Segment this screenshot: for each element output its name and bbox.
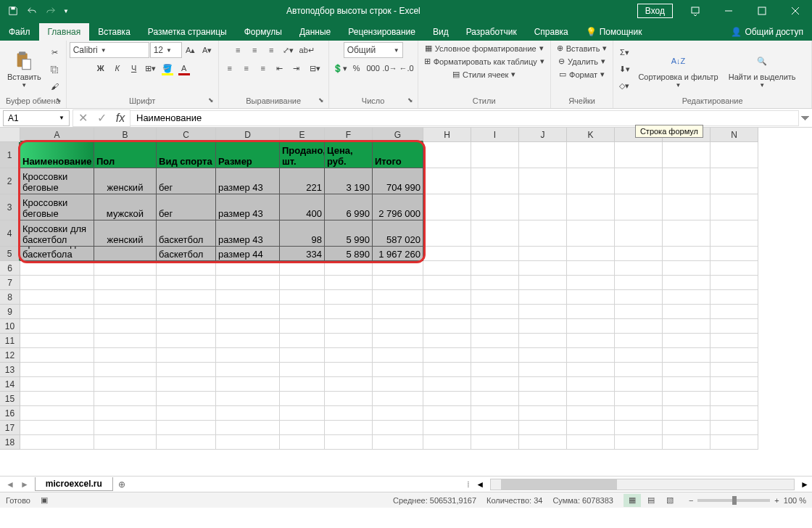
number-format-combo[interactable]: Общий▼ [344,42,403,58]
cell[interactable] [20,290,94,305]
dialog-launcher-icon[interactable]: ⬊ [208,96,214,104]
cell[interactable] [663,334,710,348]
table-data-cell[interactable]: 3 190 [325,168,373,194]
cell[interactable] [280,319,325,334]
cell[interactable] [567,305,615,319]
cell[interactable] [519,421,567,435]
cell[interactable] [615,276,663,290]
cell[interactable] [280,305,325,319]
cell[interactable] [20,261,94,276]
cell[interactable] [20,276,94,290]
cell[interactable] [373,392,423,406]
cell[interactable] [423,247,471,261]
table-header-cell[interactable]: Вид спорта [157,142,216,168]
column-header[interactable]: F [325,128,373,142]
cell[interactable] [325,435,373,450]
cut-icon[interactable]: ✂ [47,45,63,61]
table-data-cell[interactable]: бег [157,168,216,194]
cell[interactable] [423,348,471,363]
cell[interactable] [280,377,325,392]
cell[interactable] [615,348,663,363]
cell[interactable] [216,348,280,363]
cell[interactable] [20,305,94,319]
align-center-icon[interactable]: ≡ [239,60,254,76]
percent-icon[interactable]: % [349,60,365,76]
cell[interactable] [20,334,94,348]
cell[interactable] [663,421,710,435]
row-header[interactable]: 10 [0,319,20,334]
cell[interactable] [615,261,663,276]
cell[interactable] [663,348,710,363]
font-name-combo[interactable]: Calibri▼ [70,42,149,58]
cell[interactable] [373,305,423,319]
cell[interactable] [325,305,373,319]
table-data-cell[interactable]: баскетбол [157,247,216,261]
cell[interactable] [20,319,94,334]
row-headers[interactable]: 123456789101112131415161718 [0,142,20,450]
cell[interactable] [567,194,615,220]
cell[interactable] [20,392,94,406]
cell[interactable] [663,261,710,276]
sheet-tab[interactable]: microexcel.ru [35,477,113,491]
row-header[interactable]: 13 [0,363,20,377]
cell[interactable] [567,421,615,435]
normal-view-icon[interactable]: ▦ [624,494,641,507]
decrease-indent-icon[interactable]: ⇤ [272,60,288,76]
cell[interactable] [615,290,663,305]
table-data-cell[interactable]: женский [94,220,157,247]
find-select-button[interactable]: 🔍 Найти и выделить▼ [724,48,800,91]
cell[interactable] [94,377,157,392]
cell[interactable] [280,276,325,290]
cell[interactable] [373,319,423,334]
cell[interactable] [94,363,157,377]
column-header[interactable]: D [216,128,280,142]
row-header[interactable]: 14 [0,377,20,392]
cell[interactable] [280,435,325,450]
cell[interactable] [567,377,615,392]
comma-icon[interactable]: 000 [365,60,381,76]
cell[interactable] [94,305,157,319]
cell[interactable] [663,247,710,261]
cell[interactable] [423,406,471,421]
cell[interactable] [471,194,519,220]
redo-icon[interactable] [42,2,59,20]
column-header[interactable]: G [373,128,423,142]
table-header-cell[interactable]: Продано, шт. [280,142,325,168]
cell[interactable] [519,305,567,319]
cell[interactable] [567,319,615,334]
cell[interactable] [567,406,615,421]
cell[interactable] [373,276,423,290]
cell[interactable] [216,392,280,406]
tab-help[interactable]: Справка [526,23,577,41]
tab-data[interactable]: Данные [291,23,339,41]
cell[interactable] [373,334,423,348]
cell[interactable] [710,392,758,406]
cell[interactable] [663,168,710,194]
cell[interactable] [280,363,325,377]
cell[interactable] [423,334,471,348]
cell[interactable] [325,290,373,305]
orientation-icon[interactable]: ⤢▾ [280,42,296,58]
cell[interactable] [567,142,615,168]
align-right-icon[interactable]: ≡ [255,60,271,76]
fx-icon[interactable]: fx [111,110,130,126]
cell[interactable] [471,261,519,276]
cell[interactable] [280,290,325,305]
cell[interactable] [325,363,373,377]
table-data-cell[interactable]: Кроссовки беговые [20,168,94,194]
zoom-slider[interactable] [697,499,770,502]
table-data-cell[interactable]: баскетбол [157,220,216,247]
bold-button[interactable]: Ж [93,60,109,76]
tab-home[interactable]: Главная [39,23,90,41]
font-size-combo[interactable]: 12▼ [150,42,182,58]
table-data-cell[interactable]: мужской [94,194,157,220]
cell[interactable] [710,194,758,220]
cell[interactable] [471,220,519,247]
table-header-cell[interactable]: Размер [216,142,280,168]
macro-record-icon[interactable]: ▣ [41,495,48,505]
cell[interactable] [423,421,471,435]
cell[interactable] [157,276,216,290]
cancel-formula-icon[interactable]: ✕ [73,110,92,126]
hscroll-left-icon[interactable]: ◄ [476,479,484,490]
sort-filter-button[interactable]: A↓Z Сортировка и фильтр▼ [634,48,722,91]
